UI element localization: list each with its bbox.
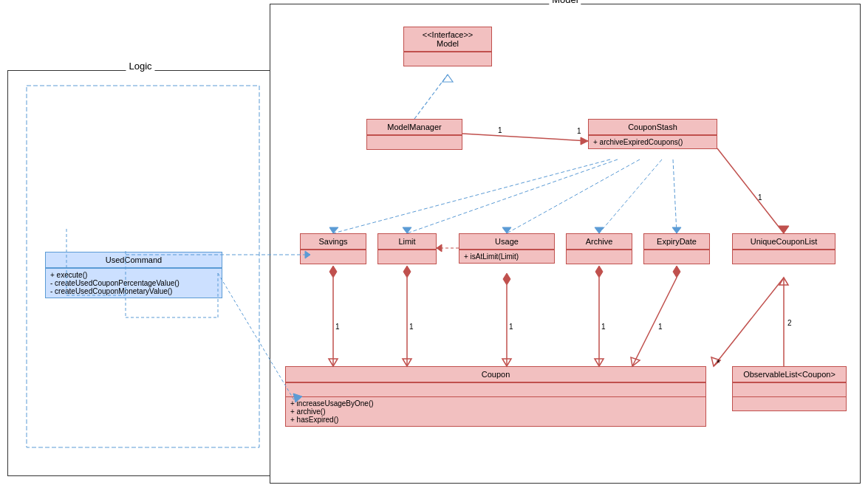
- svg-marker-7: [779, 226, 789, 233]
- svg-line-13: [507, 159, 640, 233]
- svg-marker-18: [672, 227, 681, 233]
- multiplicity-coupon-stash-1: 1: [498, 126, 502, 134]
- unique-coupon-list-header: UniqueCouponList: [733, 234, 835, 250]
- svg-text:1: 1: [335, 323, 340, 331]
- coupon-stash-methods: + archiveExpiredCoupons(): [589, 136, 717, 148]
- svg-marker-14: [502, 227, 511, 233]
- svg-marker-42: [711, 357, 720, 366]
- coupon-box: Coupon + increaseUsageByOne() + archive(…: [285, 366, 706, 427]
- logic-label: Logic: [126, 61, 154, 72]
- svg-marker-30: [502, 359, 511, 366]
- used-command-box: UsedCommand + execute() - createUsedCoup…: [45, 252, 222, 298]
- svg-text:1: 1: [509, 323, 513, 331]
- svg-marker-23: [329, 266, 337, 278]
- model-label: Model: [549, 0, 581, 5]
- svg-line-41: [714, 278, 784, 366]
- svg-marker-16: [595, 227, 604, 233]
- coupon-stash-box: CouponStash + archiveExpiredCoupons(): [588, 119, 717, 149]
- svg-marker-4: [581, 137, 588, 145]
- interface-model-box: <<Interface>>Model: [403, 27, 492, 66]
- observable-list-header: ObservableList<Coupon>: [733, 367, 846, 382]
- svg-text:1: 1: [577, 127, 581, 135]
- limit-body: [378, 250, 436, 264]
- archive-body: [567, 250, 632, 264]
- usage-box: Usage + isAtLimit(Limit): [459, 233, 555, 264]
- limit-box: Limit: [377, 233, 437, 264]
- svg-line-17: [673, 159, 677, 233]
- logic-panel: Logic UsedCommand + execute() - createUs…: [7, 70, 273, 476]
- model-manager-body: [367, 136, 462, 149]
- coupon-stash-header: CouponStash: [589, 120, 717, 135]
- coupon-body: [286, 383, 705, 396]
- svg-text:*: *: [717, 358, 720, 368]
- svg-text:1: 1: [658, 323, 663, 331]
- interface-model-header: <<Interface>>Model: [404, 27, 491, 52]
- observable-list-box: ObservableList<Coupon>: [732, 366, 847, 411]
- used-command-header: UsedCommand: [46, 252, 222, 268]
- savings-body: [301, 250, 366, 264]
- svg-text:2: 2: [787, 319, 792, 327]
- diagram-container: Logic UsedCommand + execute() - createUs…: [0, 0, 868, 488]
- svg-line-15: [599, 159, 662, 233]
- expiry-date-header: ExpiryDate: [644, 234, 709, 250]
- usage-methods: + isAtLimit(Limit): [459, 250, 554, 263]
- svg-marker-20: [437, 244, 442, 252]
- savings-box: Savings: [300, 233, 366, 264]
- svg-text:1: 1: [409, 323, 414, 331]
- model-manager-header: ModelManager: [367, 120, 462, 135]
- svg-text:1: 1: [601, 323, 606, 331]
- svg-line-1: [414, 75, 448, 119]
- svg-line-3: [462, 134, 588, 141]
- svg-marker-45: [779, 278, 788, 285]
- svg-line-37: [632, 278, 677, 366]
- observable-list-body: [733, 383, 846, 396]
- model-panel: Model <<Interface>>Model ModelManager Co…: [270, 4, 861, 484]
- archive-header: Archive: [567, 234, 632, 250]
- expiry-date-body: [644, 250, 709, 264]
- svg-marker-12: [403, 227, 411, 233]
- model-manager-box: ModelManager: [366, 119, 462, 150]
- svg-line-9: [333, 159, 610, 233]
- svg-marker-39: [673, 266, 680, 278]
- unique-coupon-list-body: [733, 250, 835, 264]
- coupon-methods: + increaseUsageByOne() + archive() + has…: [286, 397, 705, 426]
- svg-marker-26: [403, 359, 411, 366]
- svg-marker-10: [329, 227, 338, 233]
- observable-list-body2: [733, 397, 846, 410]
- svg-marker-31: [503, 273, 510, 285]
- svg-text:1: 1: [758, 193, 762, 202]
- svg-marker-22: [329, 359, 338, 366]
- svg-marker-38: [631, 357, 640, 366]
- unique-coupon-list-box: UniqueCouponList: [732, 233, 835, 264]
- expiry-date-box: ExpiryDate: [643, 233, 710, 264]
- archive-box: Archive: [566, 233, 632, 264]
- svg-line-11: [407, 159, 618, 233]
- svg-marker-34: [595, 359, 604, 366]
- svg-line-6: [717, 148, 784, 233]
- interface-model-body: [404, 52, 491, 66]
- limit-header: Limit: [378, 234, 436, 250]
- svg-marker-27: [403, 266, 411, 278]
- used-command-methods: + execute() - createUsedCouponPercentage…: [46, 269, 222, 298]
- svg-marker-35: [595, 266, 603, 278]
- svg-marker-2: [442, 75, 453, 82]
- usage-header: Usage: [459, 234, 554, 250]
- savings-header: Savings: [301, 234, 366, 250]
- coupon-header: Coupon: [286, 367, 705, 382]
